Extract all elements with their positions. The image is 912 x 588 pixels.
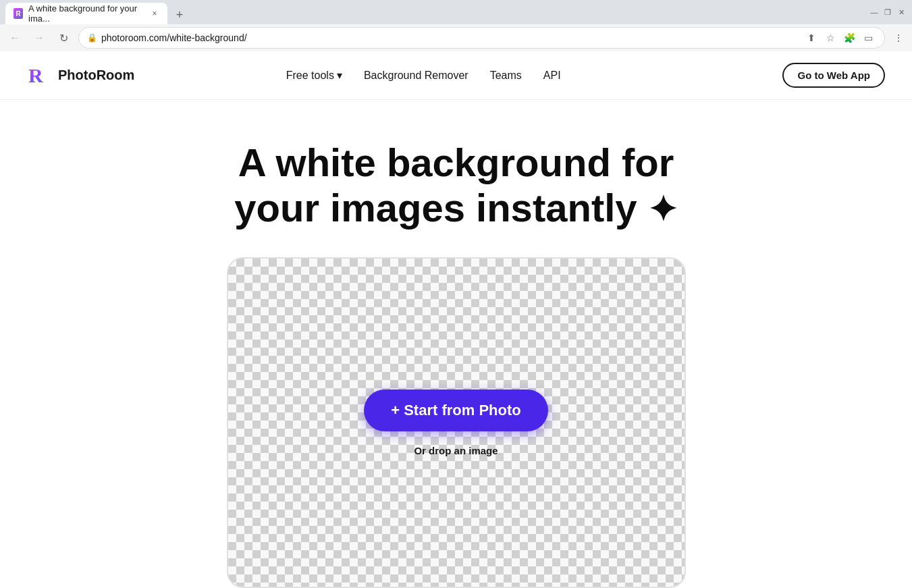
tab-close-button[interactable]: ×	[150, 8, 159, 19]
photoroom-logo-icon: R	[27, 63, 51, 88]
nav-item-api[interactable]: API	[543, 70, 561, 82]
tab-title: A white background for your ima...	[28, 3, 144, 24]
back-button[interactable]: ←	[5, 28, 24, 47]
nav-item-teams[interactable]: Teams	[490, 70, 522, 82]
drop-hint-text: Or drop an image	[414, 445, 498, 456]
go-to-web-app-button[interactable]: Go to Web App	[782, 63, 884, 88]
browser-chrome: R A white background for your ima... × +…	[0, 0, 912, 51]
nav-cta: Go to Web App	[782, 63, 884, 88]
sidebar-icon[interactable]: ▭	[860, 30, 876, 46]
nav-item-background-remover[interactable]: Background Remover	[364, 70, 468, 82]
forward-button[interactable]: →	[30, 28, 49, 47]
address-actions: ⬆ ☆ 🧩 ▭	[803, 30, 876, 46]
refresh-button[interactable]: ↻	[54, 28, 73, 47]
bookmark-icon[interactable]: ☆	[822, 30, 838, 46]
more-menu-icon[interactable]: ⋮	[890, 30, 907, 46]
title-bar: R A white background for your ima... × +…	[0, 0, 912, 24]
navbar: R PhotoRoom Free tools ▾ Background Remo…	[0, 51, 912, 100]
nav-links: Free tools ▾ Background Remover Teams AP…	[246, 69, 561, 82]
start-from-photo-button[interactable]: + Start from Photo	[364, 390, 548, 431]
chevron-down-icon: ▾	[337, 69, 342, 82]
minimize-button[interactable]: —	[869, 7, 880, 18]
new-tab-button[interactable]: +	[170, 5, 189, 24]
extension-icon[interactable]: 🧩	[841, 30, 857, 46]
upload-area[interactable]: + Start from Photo Or drop an image	[227, 257, 686, 588]
page-content: R PhotoRoom Free tools ▾ Background Remo…	[0, 51, 912, 588]
logo-container[interactable]: R PhotoRoom	[27, 63, 134, 88]
maximize-button[interactable]: ❐	[882, 7, 893, 18]
address-bar[interactable]: 🔒 photoroom.com/white-background/ ⬆ ☆ 🧩 …	[78, 27, 885, 49]
tab-favicon: R	[14, 8, 23, 19]
active-tab[interactable]: R A white background for your ima... ×	[5, 3, 167, 24]
lock-icon: 🔒	[87, 33, 97, 43]
share-icon[interactable]: ⬆	[803, 30, 820, 46]
browser-actions: ⋮	[890, 30, 907, 46]
hero-title: A white background for your images insta…	[234, 140, 677, 230]
close-button[interactable]: ✕	[896, 7, 907, 18]
tab-strip: R A white background for your ima... × +	[5, 0, 189, 24]
address-bar-row: ← → ↻ 🔒 photoroom.com/white-background/ …	[0, 24, 912, 51]
logo-text: PhotoRoom	[58, 68, 134, 83]
nav-item-free-tools[interactable]: Free tools ▾	[286, 69, 342, 82]
window-controls: — ❐ ✕	[869, 7, 907, 18]
hero-section: A white background for your images insta…	[0, 100, 912, 588]
svg-text:R: R	[28, 64, 43, 86]
address-text: photoroom.com/white-background/	[101, 32, 247, 43]
sparkle-emoji: ✦	[648, 190, 678, 230]
